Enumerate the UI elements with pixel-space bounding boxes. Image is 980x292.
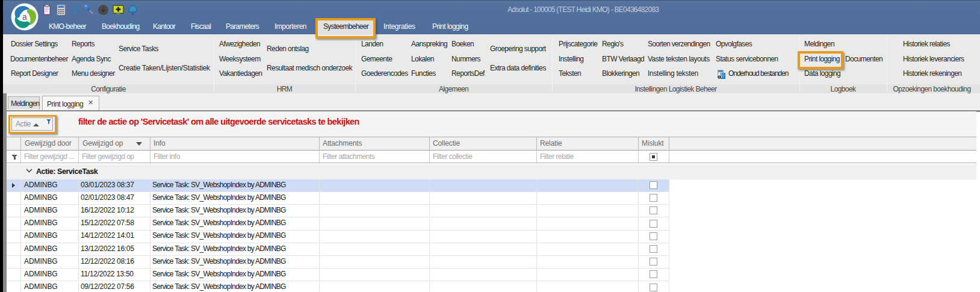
- svg-text:a: a: [22, 12, 27, 22]
- svg-text:?: ?: [72, 4, 79, 17]
